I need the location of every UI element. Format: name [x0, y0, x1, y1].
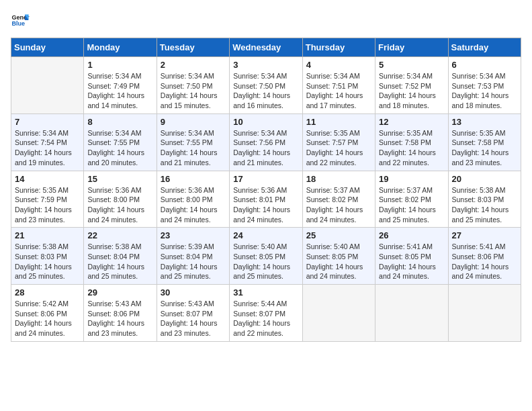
calendar-cell: 29Sunrise: 5:43 AM Sunset: 8:06 PM Dayli… [84, 285, 157, 342]
day-number: 15 [87, 174, 152, 184]
calendar-cell: 21Sunrise: 5:38 AM Sunset: 8:03 PM Dayli… [11, 228, 84, 285]
calendar-cell: 4Sunrise: 5:34 AM Sunset: 7:51 PM Daylig… [302, 57, 375, 114]
day-info: Sunrise: 5:38 AM Sunset: 8:03 PM Dayligh… [452, 185, 517, 225]
header-cell-saturday: Saturday [448, 38, 521, 57]
calendar-cell: 2Sunrise: 5:34 AM Sunset: 7:50 PM Daylig… [157, 57, 229, 114]
day-info: Sunrise: 5:35 AM Sunset: 7:58 PM Dayligh… [379, 128, 444, 168]
day-info: Sunrise: 5:41 AM Sunset: 8:06 PM Dayligh… [452, 242, 517, 281]
calendar-cell: 24Sunrise: 5:40 AM Sunset: 8:05 PM Dayli… [230, 228, 302, 285]
week-row-5: 28Sunrise: 5:42 AM Sunset: 8:06 PM Dayli… [11, 285, 521, 342]
day-info: Sunrise: 5:34 AM Sunset: 7:54 PM Dayligh… [15, 128, 80, 168]
calendar-cell: 13Sunrise: 5:35 AM Sunset: 7:58 PM Dayli… [448, 113, 521, 171]
day-number: 6 [452, 60, 517, 70]
day-info: Sunrise: 5:36 AM Sunset: 8:00 PM Dayligh… [161, 185, 226, 225]
day-number: 20 [452, 174, 517, 184]
calendar-header-row: SundayMondayTuesdayWednesdayThursdayFrid… [11, 38, 521, 57]
day-info: Sunrise: 5:36 AM Sunset: 8:00 PM Dayligh… [87, 185, 152, 225]
day-number: 3 [233, 60, 298, 70]
day-number: 5 [379, 60, 444, 70]
day-info: Sunrise: 5:40 AM Sunset: 8:05 PM Dayligh… [306, 242, 371, 281]
day-number: 14 [15, 174, 80, 184]
calendar-cell: 17Sunrise: 5:36 AM Sunset: 8:01 PM Dayli… [230, 171, 302, 228]
calendar-cell: 25Sunrise: 5:40 AM Sunset: 8:05 PM Dayli… [302, 228, 375, 285]
logo: General Blue [11, 11, 32, 30]
day-info: Sunrise: 5:39 AM Sunset: 8:04 PM Dayligh… [161, 242, 226, 281]
logo-icon: General Blue [11, 11, 30, 30]
calendar: SundayMondayTuesdayWednesdayThursdayFrid… [11, 38, 521, 342]
week-row-2: 7Sunrise: 5:34 AM Sunset: 7:54 PM Daylig… [11, 113, 521, 171]
day-info: Sunrise: 5:34 AM Sunset: 7:56 PM Dayligh… [233, 128, 298, 168]
calendar-cell: 3Sunrise: 5:34 AM Sunset: 7:50 PM Daylig… [230, 57, 302, 114]
day-number: 25 [306, 230, 371, 240]
day-number: 10 [233, 117, 298, 127]
day-number: 26 [379, 230, 444, 240]
week-row-3: 14Sunrise: 5:35 AM Sunset: 7:59 PM Dayli… [11, 171, 521, 228]
header-cell-wednesday: Wednesday [230, 38, 302, 57]
day-number: 23 [161, 230, 226, 240]
calendar-cell: 5Sunrise: 5:34 AM Sunset: 7:52 PM Daylig… [375, 57, 448, 114]
day-info: Sunrise: 5:41 AM Sunset: 8:05 PM Dayligh… [379, 242, 444, 281]
day-number: 17 [233, 174, 298, 184]
calendar-cell: 20Sunrise: 5:38 AM Sunset: 8:03 PM Dayli… [448, 171, 521, 228]
header-cell-friday: Friday [375, 38, 448, 57]
day-info: Sunrise: 5:37 AM Sunset: 8:02 PM Dayligh… [306, 185, 371, 225]
day-number: 7 [15, 117, 80, 127]
day-number: 13 [452, 117, 517, 127]
calendar-cell: 10Sunrise: 5:34 AM Sunset: 7:56 PM Dayli… [230, 113, 302, 171]
calendar-cell: 1Sunrise: 5:34 AM Sunset: 7:49 PM Daylig… [84, 57, 157, 114]
day-info: Sunrise: 5:37 AM Sunset: 8:02 PM Dayligh… [379, 185, 444, 225]
day-number: 2 [161, 60, 226, 70]
day-info: Sunrise: 5:36 AM Sunset: 8:01 PM Dayligh… [233, 185, 298, 225]
calendar-cell: 18Sunrise: 5:37 AM Sunset: 8:02 PM Dayli… [302, 171, 375, 228]
calendar-cell: 27Sunrise: 5:41 AM Sunset: 8:06 PM Dayli… [448, 228, 521, 285]
calendar-cell: 26Sunrise: 5:41 AM Sunset: 8:05 PM Dayli… [375, 228, 448, 285]
day-number: 9 [161, 117, 226, 127]
calendar-cell: 19Sunrise: 5:37 AM Sunset: 8:02 PM Dayli… [375, 171, 448, 228]
day-number: 12 [379, 117, 444, 127]
calendar-cell: 23Sunrise: 5:39 AM Sunset: 8:04 PM Dayli… [157, 228, 229, 285]
calendar-cell: 7Sunrise: 5:34 AM Sunset: 7:54 PM Daylig… [11, 113, 84, 171]
header-cell-tuesday: Tuesday [157, 38, 229, 57]
week-row-1: 1Sunrise: 5:34 AM Sunset: 7:49 PM Daylig… [11, 57, 521, 114]
day-number: 30 [161, 287, 226, 298]
day-number: 19 [379, 174, 444, 184]
day-number: 22 [87, 230, 152, 240]
day-info: Sunrise: 5:43 AM Sunset: 8:06 PM Dayligh… [87, 299, 152, 338]
calendar-cell: 22Sunrise: 5:38 AM Sunset: 8:04 PM Dayli… [84, 228, 157, 285]
day-number: 27 [452, 230, 517, 240]
calendar-cell [11, 57, 84, 114]
week-row-4: 21Sunrise: 5:38 AM Sunset: 8:03 PM Dayli… [11, 228, 521, 285]
calendar-cell: 31Sunrise: 5:44 AM Sunset: 8:07 PM Dayli… [230, 285, 302, 342]
day-info: Sunrise: 5:40 AM Sunset: 8:05 PM Dayligh… [233, 242, 298, 281]
header-cell-monday: Monday [84, 38, 157, 57]
day-info: Sunrise: 5:34 AM Sunset: 7:50 PM Dayligh… [233, 71, 298, 111]
calendar-cell: 14Sunrise: 5:35 AM Sunset: 7:59 PM Dayli… [11, 171, 84, 228]
day-number: 29 [87, 287, 152, 298]
header-cell-thursday: Thursday [302, 38, 375, 57]
day-info: Sunrise: 5:34 AM Sunset: 7:49 PM Dayligh… [87, 71, 152, 111]
day-number: 11 [306, 117, 371, 127]
day-info: Sunrise: 5:34 AM Sunset: 7:51 PM Dayligh… [306, 71, 371, 111]
day-number: 16 [161, 174, 226, 184]
calendar-cell: 16Sunrise: 5:36 AM Sunset: 8:00 PM Dayli… [157, 171, 229, 228]
day-info: Sunrise: 5:35 AM Sunset: 7:59 PM Dayligh… [15, 185, 80, 225]
day-number: 31 [233, 287, 298, 298]
day-info: Sunrise: 5:34 AM Sunset: 7:55 PM Dayligh… [87, 128, 152, 168]
calendar-cell [375, 285, 448, 342]
day-number: 1 [87, 60, 152, 70]
day-info: Sunrise: 5:34 AM Sunset: 7:50 PM Dayligh… [161, 71, 226, 111]
svg-text:Blue: Blue [11, 20, 25, 27]
day-info: Sunrise: 5:42 AM Sunset: 8:06 PM Dayligh… [15, 299, 80, 338]
day-info: Sunrise: 5:34 AM Sunset: 7:52 PM Dayligh… [379, 71, 444, 111]
day-info: Sunrise: 5:35 AM Sunset: 7:58 PM Dayligh… [452, 128, 517, 168]
calendar-cell: 30Sunrise: 5:43 AM Sunset: 8:07 PM Dayli… [157, 285, 229, 342]
calendar-cell: 9Sunrise: 5:34 AM Sunset: 7:55 PM Daylig… [157, 113, 229, 171]
calendar-cell: 12Sunrise: 5:35 AM Sunset: 7:58 PM Dayli… [375, 113, 448, 171]
header-cell-sunday: Sunday [11, 38, 84, 57]
day-number: 8 [87, 117, 152, 127]
calendar-cell: 11Sunrise: 5:35 AM Sunset: 7:57 PM Dayli… [302, 113, 375, 171]
day-number: 28 [15, 287, 80, 298]
day-info: Sunrise: 5:35 AM Sunset: 7:57 PM Dayligh… [306, 128, 371, 168]
calendar-cell: 15Sunrise: 5:36 AM Sunset: 8:00 PM Dayli… [84, 171, 157, 228]
day-info: Sunrise: 5:38 AM Sunset: 8:03 PM Dayligh… [15, 242, 80, 281]
